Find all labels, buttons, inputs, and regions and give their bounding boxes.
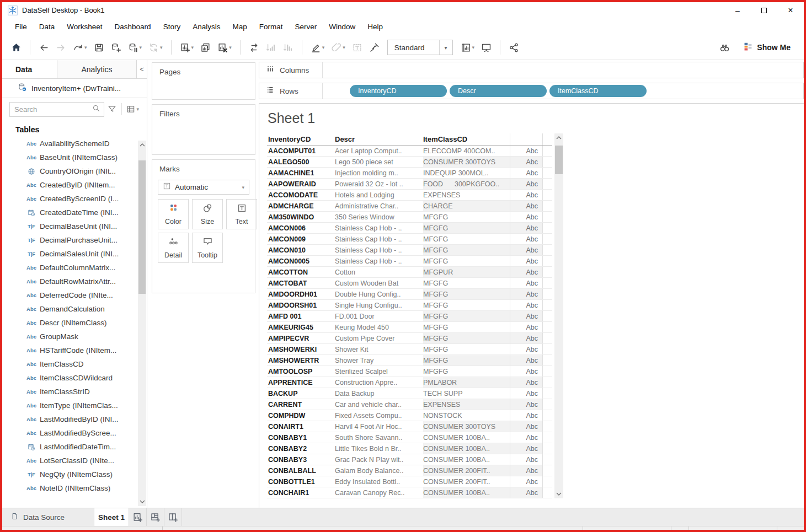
shelf-pill-descr[interactable]: Descr <box>450 85 547 97</box>
table-row[interactable]: AMCTOBATCustom Wooden BatMFGFGAbc <box>267 278 552 289</box>
descr-cell[interactable]: Data Backup <box>335 388 423 399</box>
menu-dashboard[interactable]: Dashboard <box>109 23 157 31</box>
itemclasscd-cell[interactable]: CONSUMER 100BA.. <box>423 443 510 454</box>
table-row[interactable]: AMTOOLOSPSterilized ScalpelMFGFGAbc <box>267 366 552 377</box>
value-placeholder-cell[interactable]: Abc <box>510 201 543 211</box>
itemclasscd-cell[interactable]: MFGFG <box>423 311 510 321</box>
value-placeholder-cell[interactable]: Abc <box>510 454 543 465</box>
itemclasscd-cell[interactable]: EXPENSES <box>423 190 510 200</box>
filters-shelf[interactable]: Filters <box>152 104 255 155</box>
inventorycd-cell[interactable]: CONBABY3 <box>267 454 335 465</box>
value-placeholder-cell[interactable]: Abc <box>510 146 543 156</box>
inventorycd-cell[interactable]: AMCON006 <box>267 223 335 233</box>
itemclasscd-cell[interactable]: FOOD 300PKGFOO.. <box>423 179 510 189</box>
itemclasscd-cell[interactable]: MFGFG <box>423 366 510 377</box>
inventorycd-cell[interactable]: CONBALBALL <box>267 465 335 476</box>
field-item[interactable]: AbcLastModifiedByScree... <box>2 426 147 440</box>
redo-button[interactable] <box>52 41 70 55</box>
collapse-pane-icon[interactable]: < <box>137 60 147 78</box>
itemclasscd-cell[interactable]: CHARGE <box>423 201 510 211</box>
table-row[interactable]: ADMCHARGEAdministrative Char..CHARGEAbc <box>267 201 552 212</box>
itemclasscd-cell[interactable]: MFGFG <box>423 344 510 354</box>
value-placeholder-cell[interactable]: Abc <box>510 344 543 354</box>
descr-cell[interactable]: Hotels and Lodging <box>335 190 423 200</box>
menu-file[interactable]: File <box>9 23 33 31</box>
value-placeholder-cell[interactable]: Abc <box>510 388 543 399</box>
descr-cell[interactable]: Custom Wooden Bat <box>335 278 423 288</box>
value-placeholder-cell[interactable]: Abc <box>510 234 543 244</box>
inventorycd-cell[interactable]: AMCON010 <box>267 245 335 255</box>
color-mark-button[interactable]: Color <box>158 199 189 229</box>
scroll-up-icon[interactable] <box>138 141 146 149</box>
itemclasscd-cell[interactable]: CONSUMER 100BA.. <box>423 487 510 498</box>
field-item[interactable]: AbcLotSerClassID (INIte... <box>2 454 147 467</box>
descr-cell[interactable]: Stainless Cap Hob - .. <box>335 245 423 255</box>
value-placeholder-cell[interactable]: Abc <box>510 476 543 487</box>
minimize-button[interactable]: – <box>724 2 751 18</box>
itemclasscd-cell[interactable]: NONSTOCK <box>423 410 510 421</box>
descr-cell[interactable]: Stainless Cap Hob - .. <box>335 256 423 266</box>
find-button[interactable] <box>716 41 733 55</box>
descr-cell[interactable]: Grac Pack N Play wit.. <box>335 454 423 465</box>
inventorycd-cell[interactable]: AMCOTTON <box>267 267 335 277</box>
descr-cell[interactable]: South Shore Savann.. <box>335 432 423 443</box>
table-row[interactable]: AMCON006Stainless Cap Hob - ..MFGFGAbc <box>267 223 552 234</box>
value-placeholder-cell[interactable]: Abc <box>510 399 543 410</box>
descr-cell[interactable]: Stainless Cap Hob - .. <box>335 223 423 233</box>
tab-analytics[interactable]: Analytics <box>57 60 137 78</box>
data-source-connection[interactable]: InventoryItem+ (DwTraini... <box>2 79 147 98</box>
descr-cell[interactable]: Shower Kit <box>335 344 423 354</box>
inventorycd-cell[interactable]: AAPOWERAID <box>267 179 335 189</box>
show-me-button[interactable]: Show Me <box>743 41 791 54</box>
new-worksheet-button[interactable]: ▾ <box>177 41 198 55</box>
pause-auto-updates-button[interactable]: ▾ <box>125 41 146 55</box>
value-placeholder-cell[interactable]: Abc <box>510 245 543 255</box>
table-row[interactable]: CONBABY1South Shore Savann..CONSUMER 100… <box>267 432 552 443</box>
field-item[interactable]: AbcNoteID (INItemClass) <box>2 481 147 495</box>
inventorycd-cell[interactable]: CONBABY1 <box>267 432 335 443</box>
size-mark-button[interactable]: Size <box>192 199 223 229</box>
fit-mode-select[interactable]: Standard ▾ <box>387 40 453 55</box>
inventorycd-cell[interactable]: BACKUP <box>267 388 335 399</box>
value-placeholder-cell[interactable]: Abc <box>510 322 543 332</box>
field-item[interactable]: AbcDescr (INItemClass) <box>2 316 147 330</box>
value-placeholder-cell[interactable]: Abc <box>510 278 543 288</box>
menu-format[interactable]: Format <box>253 23 289 31</box>
value-placeholder-cell[interactable]: Abc <box>510 487 543 498</box>
text-mark-button[interactable]: Text <box>226 199 257 229</box>
scroll-up-icon[interactable] <box>554 133 563 142</box>
descr-cell[interactable]: 350 Series Window <box>335 212 423 222</box>
field-item[interactable]: AbcAvailabilitySchemeID <box>2 137 147 151</box>
field-item[interactable]: T|FDecimalSalesUnit (INI... <box>2 247 147 261</box>
inventorycd-cell[interactable]: AMFD 001 <box>267 311 335 321</box>
field-item[interactable]: CountryOfOrigin (INIt... <box>2 164 147 178</box>
table-row[interactable]: AMPIPECVRCustom Pipe CoverMFGFGAbc <box>267 333 552 344</box>
share-button[interactable] <box>505 41 522 55</box>
search-field[interactable] <box>14 105 92 114</box>
inventorycd-cell[interactable]: CONBABY2 <box>267 443 335 454</box>
menu-worksheet[interactable]: Worksheet <box>61 23 108 31</box>
table-row[interactable]: AAPOWERAIDPoweraid 32 Oz - lot ..FOOD 30… <box>267 179 552 190</box>
inventorycd-cell[interactable]: CARRENT <box>267 399 335 410</box>
filter-fields-icon[interactable] <box>104 105 120 114</box>
field-item[interactable]: AbcItemClassCDWildcard <box>2 371 147 385</box>
value-placeholder-cell[interactable]: Abc <box>510 421 543 432</box>
duplicate-sheet-button[interactable] <box>197 41 214 55</box>
sort-ascending-button[interactable] <box>263 41 280 55</box>
table-row[interactable]: AMSHOWERKIShower KitMFGFGAbc <box>267 344 552 355</box>
table-row[interactable]: AMSHOWERTRShower TrayMFGFGAbc <box>267 355 552 366</box>
column-header-descr[interactable]: Descr <box>335 133 423 145</box>
inventorycd-cell[interactable]: AMCTOBAT <box>267 278 335 288</box>
table-row[interactable]: AACOMPUT01Acer Laptop Comput..ELECCOMP 4… <box>267 146 552 157</box>
table-row[interactable]: COMPHDWFixed Assets Compu..NONSTOCKAbc <box>267 410 552 421</box>
table-row[interactable]: AMCON009Stainless Cap Hob - ..MFGFGAbc <box>267 234 552 245</box>
field-item[interactable]: AbcItemClassStrID <box>2 385 147 399</box>
field-item[interactable]: T|FNegQty (INItemClass) <box>2 467 147 481</box>
show-hide-cards-button[interactable]: ▾ <box>457 41 478 55</box>
value-placeholder-cell[interactable]: Abc <box>510 223 543 233</box>
itemclasscd-cell[interactable]: CONSUMER 200FIT.. <box>423 476 510 487</box>
itemclasscd-cell[interactable]: MFGPUR <box>423 267 510 277</box>
field-item[interactable]: AbcItemType (INItemClas... <box>2 399 147 412</box>
menu-server[interactable]: Server <box>289 23 323 31</box>
new-worksheet-tab-button[interactable] <box>129 508 147 526</box>
